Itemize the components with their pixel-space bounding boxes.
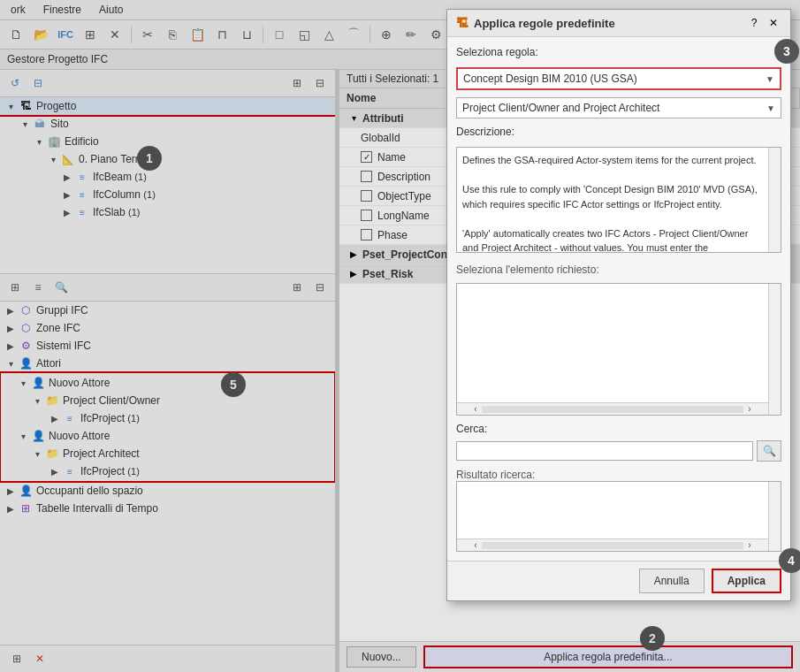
step-4-circle: 4 [779,548,800,573]
search-label: Cerca: [456,423,781,435]
dialog-controls: ? ✕ [746,15,781,31]
res-hscroll[interactable]: ‹ › [457,538,768,551]
dialog-title-text: 🏗 Applica regole predefinite [456,16,615,30]
required-box: ‹ › [456,283,781,416]
res-scrollbar[interactable] [768,482,781,551]
desc-scrollbar[interactable] [768,148,781,252]
req-hscroll[interactable]: ‹ › [457,402,768,415]
dropdown2-value: Project Client/Owner and Project Archite… [462,102,659,114]
hscroll-right[interactable]: › [743,403,756,416]
sub-rule-dropdown[interactable]: Project Client/Owner and Project Archite… [456,97,781,118]
result-label: Risultato ricerca: [456,469,781,481]
res-hscroll-right[interactable]: › [743,539,756,552]
apply-button[interactable]: Applica [712,569,781,593]
dropdown1-arrow: ▼ [766,74,774,84]
hscroll-track[interactable] [482,406,743,413]
search-go-btn[interactable]: 🔍 [757,440,781,462]
step-3-circle: 3 [774,39,799,64]
search-input[interactable] [456,441,753,461]
search-area: Cerca: 🔍 [456,423,781,462]
select-rule-text: Seleziona regola: [456,46,538,58]
dialog-overlay: 🏗 Applica regole predefinite ? ✕ Selezio… [0,0,800,672]
apply-rules-dialog: 🏗 Applica regole predefinite ? ✕ Selezio… [446,9,791,601]
dialog-help-btn[interactable]: ? [746,15,762,31]
select-element-label: Seleziona l'elemento richiesto: [456,263,781,276]
res-hscroll-left[interactable]: ‹ [469,539,482,552]
cancel-button[interactable]: Annulla [639,569,705,593]
res-hscroll-track[interactable] [482,542,743,549]
dialog-close-btn[interactable]: ✕ [766,15,781,31]
dialog-footer: 4 Annulla Applica [447,561,790,600]
rule-dropdown[interactable]: Concept Design BIM 2010 (US GSA) ▼ [456,67,781,90]
result-box: ‹ › [456,481,781,552]
description-box: Defines the GSA-required Actor-system it… [456,147,781,253]
dialog-titlebar: 🏗 Applica regole predefinite ? ✕ [447,10,790,37]
req-scrollbar[interactable] [768,284,781,415]
result-area: Risultato ricerca: ‹ › [456,469,781,552]
hscroll-left[interactable]: ‹ [469,403,482,416]
dropdown1-value: Concept Design BIM 2010 (US GSA) [463,73,637,85]
description-text: Defines the GSA-required Actor-system it… [462,155,758,253]
description-label: Descrizione: [456,126,781,138]
search-row: 🔍 [456,440,781,462]
dropdown2-arrow: ▼ [766,103,775,113]
select-rule-label: Seleziona regola: 3 [456,46,781,60]
dialog-body: Seleziona regola: 3 Concept Design BIM 2… [447,37,790,561]
